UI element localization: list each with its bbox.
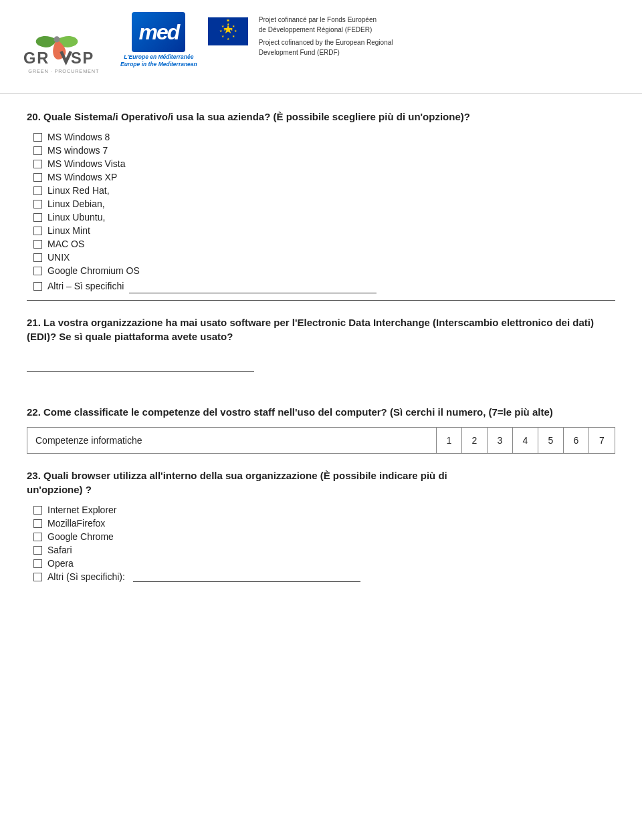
med-badge-text: med (132, 12, 185, 52)
q22-title: 22. Come classificate le competenze del … (27, 405, 615, 419)
option-label: Linux Debian, (47, 198, 105, 209)
option-label: Linux Mint (47, 225, 90, 236)
list-item: MS Windows XP (33, 172, 615, 182)
altri-browser-field[interactable] (133, 571, 360, 582)
q23-number: 23. (27, 470, 41, 481)
competenze-label: Competenze informatiche (27, 428, 437, 453)
q23-title-text: Quali browser utilizza all'interno della… (43, 470, 320, 481)
altri-specifichi-field[interactable] (129, 281, 377, 293)
checkbox[interactable] (33, 160, 42, 168)
q20-title: 20. Quale Sistema/i Operativo/i usa la s… (27, 110, 615, 124)
q23-options: Internet Explorer MozillaFirefox Google … (27, 505, 615, 582)
med-logo: med L'Europe en Méditerranée Europe in t… (120, 12, 197, 68)
option-label: MS windows 7 (47, 145, 108, 156)
q23-title: 23. Quali browser utilizza all'interno d… (27, 468, 615, 497)
q23-bold-part: (È possibile indicare più di (320, 470, 447, 481)
option-label: Altri – Sì specifichi (47, 281, 124, 291)
checkbox[interactable] (33, 200, 42, 208)
list-item: MS windows 7 (33, 145, 615, 156)
list-item: Google Chrome (33, 531, 615, 542)
checkbox[interactable] (33, 240, 42, 249)
q20-subtitle-text: (È possibile scegliere più di un'opzione… (274, 111, 470, 122)
q22-number: 22. (27, 406, 41, 418)
checkbox[interactable] (33, 253, 42, 262)
list-item: Internet Explorer (33, 505, 615, 515)
option-label: MS Windows 8 (47, 132, 110, 142)
option-label: MS Windows Vista (47, 158, 125, 169)
checkbox[interactable] (33, 227, 42, 235)
option-label: Linux Red Hat, (47, 185, 110, 196)
option-label: MozillaFirefox (47, 518, 105, 529)
svg-text:GR: GR (23, 49, 49, 67)
page-content: 20. Quale Sistema/i Operativo/i usa la s… (0, 94, 642, 613)
q20-options: MS Windows 8 MS windows 7 MS Windows Vis… (27, 132, 615, 293)
svg-point-0 (54, 36, 60, 42)
checkbox[interactable] (33, 559, 42, 568)
edi-answer-field[interactable] (27, 360, 254, 372)
question-21: 21. La vostra organizzazione ha mai usat… (27, 315, 615, 372)
checkbox[interactable] (33, 573, 42, 581)
option-label: Opera (47, 558, 74, 569)
option-label: Google Chrome (47, 531, 114, 542)
q21-subtitle-text: Se sì quale piattaforma avete usato? (59, 331, 233, 342)
q23-bold-part2: un'opzione) (27, 484, 83, 495)
option-label: Safari (47, 545, 72, 555)
list-item: MozillaFirefox (33, 518, 615, 529)
comp-num-3[interactable]: 3 (488, 428, 513, 453)
competenze-table: Competenze informatiche 1 2 3 4 5 6 7 (27, 427, 615, 454)
checkbox[interactable] (33, 133, 42, 142)
checkbox[interactable] (33, 533, 42, 541)
comp-num-2[interactable]: 2 (462, 428, 488, 453)
checkbox[interactable] (33, 186, 42, 195)
header-project-text: Projet cofinancé par le Fonds Européen d… (259, 12, 622, 57)
q20-number: 20. (27, 111, 41, 122)
med-logo-container: med L'Europe en Méditerranée Europe in t… (120, 12, 622, 68)
list-item: Altri – Sì specifichi (33, 279, 615, 293)
comp-num-7[interactable]: 7 (589, 428, 615, 453)
q20-title-text: Quale Sistema/i Operativo/i usa la sua a… (43, 111, 273, 122)
question-23: 23. Quali browser utilizza all'interno d… (27, 468, 615, 582)
q22-subtitle-text: (Sì cerchi il numero, (7=le più alte) (390, 406, 553, 418)
list-item: UNIX (33, 252, 615, 263)
list-item: Altri (Sì specifichi): (33, 571, 615, 582)
comp-num-5[interactable]: 5 (538, 428, 564, 453)
list-item: MAC OS (33, 239, 615, 249)
option-label: MS Windows XP (47, 172, 117, 182)
checkbox[interactable] (33, 267, 42, 275)
q23-question-mark: ? (86, 484, 92, 495)
checkbox[interactable] (33, 506, 42, 515)
checkbox[interactable] (33, 546, 42, 555)
svg-text:GREEN · PROCUREMENT: GREEN · PROCUREMENT (28, 68, 99, 74)
eu-flag: ★ ★ ★ ★ ★ ★ ★ ★ ★ ★ ★ ★ ★ (208, 17, 248, 45)
checkbox[interactable] (33, 173, 42, 182)
q21-title: 21. La vostra organizzazione ha mai usat… (27, 315, 615, 343)
option-label: UNIX (47, 252, 70, 263)
list-item: Linux Ubuntu, (33, 212, 615, 223)
comp-num-1[interactable]: 1 (437, 428, 462, 453)
q20-divider (27, 300, 615, 301)
option-label: MAC OS (47, 239, 84, 249)
option-label: Altri (Sì specifichi): (47, 571, 128, 582)
list-item: MS Windows 8 (33, 132, 615, 142)
list-item: Safari (33, 545, 615, 555)
list-item: Linux Debian, (33, 198, 615, 209)
q22-title-text: Come classificate le competenze del vost… (43, 406, 387, 418)
option-label: Internet Explorer (47, 505, 117, 515)
list-item: Linux Mint (33, 225, 615, 236)
list-item: Google Chromium OS (33, 265, 615, 276)
checkbox[interactable] (33, 519, 42, 528)
q21-number: 21. (27, 317, 41, 328)
svg-text:SP: SP (71, 49, 94, 67)
checkbox[interactable] (33, 282, 42, 291)
competenze-numbers: 1 2 3 4 5 6 7 (437, 428, 615, 453)
comp-num-6[interactable]: 6 (564, 428, 589, 453)
list-item: Opera (33, 558, 615, 569)
option-label: Linux Ubuntu, (47, 212, 105, 223)
list-item: MS Windows Vista (33, 158, 615, 169)
comp-num-4[interactable]: 4 (513, 428, 538, 453)
checkbox[interactable] (33, 146, 42, 155)
option-label: Google Chromium OS (47, 265, 140, 276)
checkbox[interactable] (33, 213, 42, 222)
grasp-logo: GR SP GREEN · PROCUREMENT (13, 12, 100, 81)
question-20: 20. Quale Sistema/i Operativo/i usa la s… (27, 110, 615, 301)
